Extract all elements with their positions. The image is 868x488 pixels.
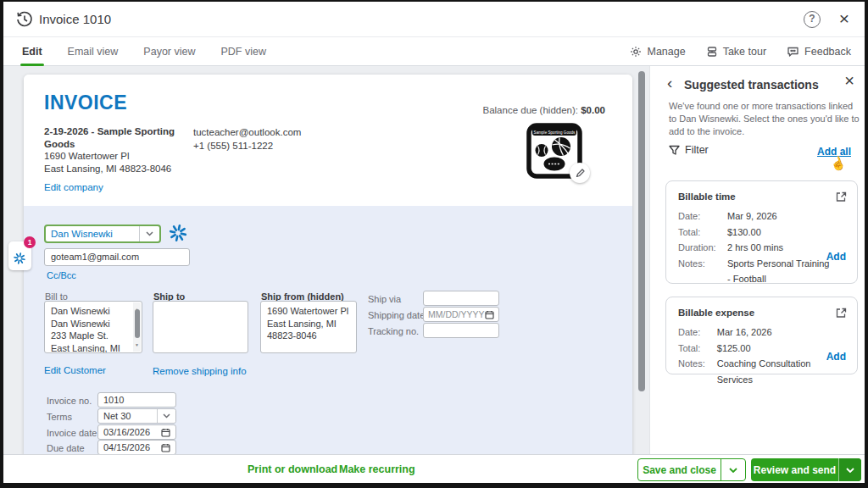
spark-icon (13, 252, 26, 265)
app-window: Invoice 1010 ? × Edit Email view Payor v… (3, 2, 865, 483)
toolbar: Manage Take tour (630, 38, 851, 65)
feedback-button[interactable]: Feedback (787, 46, 851, 58)
customer-select[interactable]: Dan Wisnewki (44, 225, 161, 243)
logo-text: Sample Sporting Goods (534, 130, 576, 135)
balance-due: Balance due (hidden): $0.00 (482, 105, 605, 115)
ship-to-textarea[interactable] (153, 301, 248, 353)
view-tabs: Edit Email view Payor view PDF view (20, 38, 268, 65)
company-address-line2: East Lansing, MI 48823-8046 (44, 163, 198, 175)
chevron-down-icon[interactable] (838, 458, 861, 481)
billto-scrollbar[interactable]: ▲▼ (133, 302, 141, 352)
view-tabbar: Edit Email view Payor view PDF view Mana… (3, 38, 865, 66)
edit-company-link[interactable]: Edit company (44, 182, 103, 192)
open-in-new-icon[interactable] (836, 191, 847, 206)
calendar-icon (161, 443, 170, 452)
invoice-no-label: Invoice no. (47, 396, 92, 406)
page-title: Invoice 1010 (39, 12, 111, 26)
invoice-header-section: INVOICE 2-19-2026 - Sample Sporting Good… (24, 75, 632, 206)
customer-email-input[interactable]: goteam1@gmail.com (44, 248, 190, 266)
tab-payor-view[interactable]: Payor view (142, 38, 197, 65)
card-title: Billable expense (678, 308, 845, 318)
edit-logo-button[interactable] (570, 163, 590, 183)
chevron-down-icon[interactable] (157, 409, 175, 423)
terms-label: Terms (47, 412, 72, 422)
ship-from-textarea[interactable]: 1690 Watertower Pl East Lansing, MI 4882… (260, 301, 357, 353)
assistant-widget[interactable]: 1 (8, 241, 31, 270)
notification-badge: 1 (24, 236, 36, 248)
billable-expense-card: Billable expense Date:Mar 16, 2026 Total… (665, 297, 858, 374)
ship-via-input[interactable] (423, 291, 499, 306)
close-icon[interactable]: × (839, 8, 849, 29)
scrollbar-thumb[interactable] (638, 71, 645, 391)
invoice-title: INVOICE (44, 92, 127, 114)
back-chevron-icon[interactable]: ‹ (667, 75, 672, 92)
balance-due-value: $0.00 (581, 105, 605, 115)
ccbcc-link[interactable]: Cc/Bcc (47, 270, 76, 280)
invoice-fields-section: Dan Wisnewki goteam1@gmail.com Cc/Bcc Bi… (24, 206, 632, 454)
billable-time-card: Billable time Date:Mar 9, 2026 Total:$13… (665, 180, 858, 284)
bill-to-textarea[interactable]: Dan Wisnewki Dan Wisnewki 233 Maple St. … (44, 301, 142, 353)
window-header: Invoice 1010 ? × (3, 2, 865, 37)
terms-select[interactable]: Net 30 (97, 408, 176, 424)
panel-title: Suggested transactions (684, 78, 819, 92)
tour-icon (706, 46, 718, 58)
form-scrollbar[interactable] (638, 69, 645, 449)
invoice-form-card: INVOICE 2-19-2026 - Sample Sporting Good… (24, 75, 632, 454)
invoice-date-input[interactable]: 03/16/2026 (97, 424, 176, 440)
company-logo[interactable]: Sample Sporting Goods (526, 122, 583, 180)
tab-edit[interactable]: Edit (20, 38, 44, 65)
autofill-spark-icon[interactable] (168, 223, 188, 243)
card-title: Billable time (678, 191, 845, 202)
company-name: 2-19-2026 - Sample Sporting Goods (44, 125, 198, 150)
make-recurring-button[interactable]: Make recurring (339, 463, 415, 475)
print-or-download-button[interactable]: Print or download (248, 463, 337, 475)
chevron-down-icon[interactable] (139, 226, 159, 241)
filter-button[interactable]: Filter (669, 144, 709, 156)
company-contact-block: tucteacher@outlook.com +1 (555) 511-1222 (193, 125, 301, 152)
open-in-new-icon[interactable] (836, 307, 847, 322)
company-email: tucteacher@outlook.com (193, 125, 301, 139)
suggested-transactions-panel: ‹ Suggested transactions × We've found o… (649, 66, 865, 454)
manage-button[interactable]: Manage (630, 46, 685, 58)
add-button[interactable]: Add (826, 351, 846, 363)
review-and-send-button[interactable]: Review and send (751, 458, 861, 481)
speech-bubble-icon (787, 46, 799, 58)
history-icon[interactable] (15, 10, 34, 29)
shipping-date-placeholder: MM/DD/YYYY (428, 308, 485, 321)
company-address-line1: 1690 Watertower Pl (44, 150, 198, 163)
calendar-icon (161, 428, 170, 437)
terms-select-value: Net 30 (98, 409, 157, 423)
invoice-date-label: Invoice date (47, 428, 97, 438)
tab-pdf-view[interactable]: PDF view (220, 38, 268, 65)
balance-due-label: Balance due (hidden): (482, 105, 578, 115)
save-and-close-button[interactable]: Save and close (637, 458, 746, 481)
tab-email-view[interactable]: Email view (66, 38, 120, 65)
pencil-icon (576, 169, 585, 178)
chevron-down-icon[interactable] (721, 459, 745, 480)
panel-description: We've found one or more transactions lin… (669, 100, 862, 138)
main-content: INVOICE 2-19-2026 - Sample Sporting Good… (3, 66, 865, 454)
ship-via-label: Ship via (368, 294, 401, 304)
funnel-icon (669, 145, 680, 156)
add-button[interactable]: Add (826, 251, 846, 263)
invoice-no-input[interactable]: 1010 (97, 392, 176, 408)
action-footer: Print or download Make recurring Save an… (3, 454, 865, 483)
take-tour-button[interactable]: Take tour (706, 46, 766, 58)
tracking-no-input[interactable] (423, 323, 499, 338)
shipping-date-input[interactable]: MM/DD/YYYY (423, 307, 499, 322)
shipping-date-label: Shipping date (368, 310, 425, 320)
due-date-label: Due date (47, 443, 85, 453)
customer-select-value: Dan Wisnewki (46, 226, 139, 241)
edit-customer-link[interactable]: Edit Customer (44, 365, 106, 375)
panel-close-icon[interactable]: × (844, 71, 854, 91)
tracking-no-label: Tracking no. (368, 326, 419, 336)
company-address-block: 2-19-2026 - Sample Sporting Goods 1690 W… (44, 125, 198, 175)
help-icon[interactable]: ? (804, 11, 821, 28)
calendar-icon (485, 310, 494, 319)
remove-shipping-link[interactable]: Remove shipping info (153, 366, 247, 376)
due-date-input[interactable]: 04/15/2026 (97, 440, 176, 454)
gear-icon (630, 46, 642, 58)
company-phone: +1 (555) 511-1222 (193, 139, 301, 152)
